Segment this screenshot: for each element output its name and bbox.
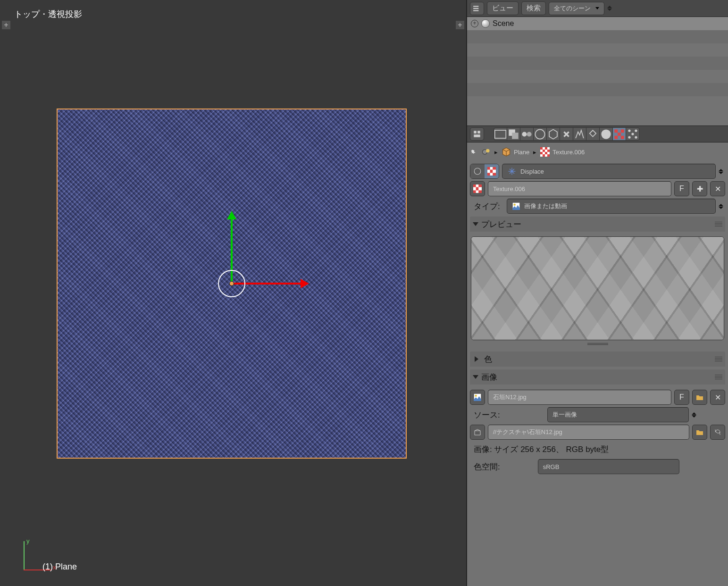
scene-name: Scene — [493, 19, 514, 28]
svg-rect-38 — [490, 170, 493, 173]
breadcrumb-texture[interactable]: Texture.006 — [540, 147, 585, 157]
particles-tab[interactable] — [626, 128, 639, 140]
pack-button[interactable] — [470, 425, 485, 440]
type-label: タイプ: — [470, 201, 504, 212]
image-browse-icon[interactable] — [470, 390, 485, 405]
modifiers-tab[interactable] — [573, 128, 586, 140]
unlink-texture-button[interactable]: ✕ — [710, 181, 725, 196]
outliner-tree[interactable]: + Scene — [467, 17, 728, 126]
region-toggle-right[interactable]: + — [456, 21, 464, 29]
toggle-icon[interactable] — [481, 147, 491, 157]
svg-point-50 — [475, 394, 477, 397]
svg-rect-43 — [478, 184, 482, 187]
scene-tab[interactable] — [520, 128, 534, 140]
colorspace-select[interactable]: sRGB — [538, 459, 679, 474]
properties-header — [467, 126, 728, 142]
svg-rect-46 — [478, 190, 482, 193]
svg-point-11 — [535, 129, 544, 139]
brush-texture-icon[interactable] — [485, 164, 499, 178]
pin-icon[interactable] — [470, 148, 479, 157]
source-label: ソース: — [470, 410, 504, 420]
svg-point-22 — [635, 136, 637, 138]
texture-tab[interactable] — [613, 128, 626, 140]
svg-rect-37 — [493, 167, 496, 170]
svg-point-9 — [522, 132, 527, 136]
disclosure-right-icon — [475, 356, 481, 362]
type-stepper[interactable] — [719, 201, 725, 211]
disclosure-down-icon — [473, 375, 478, 382]
source-select[interactable]: 単一画像 — [547, 407, 689, 422]
texture-preview[interactable] — [471, 236, 724, 340]
scene-row[interactable]: + Scene — [467, 17, 728, 30]
breadcrumb-object[interactable]: Plane — [502, 147, 529, 157]
world-tab[interactable] — [534, 128, 547, 140]
search-menu[interactable]: 検索 — [521, 1, 546, 15]
viewport-label: トップ・透視投影 — [14, 8, 82, 20]
region-toggle-left[interactable]: + — [2, 21, 10, 29]
image-path-field[interactable]: //テクスチャ\石垣N12.jpg — [488, 425, 689, 440]
svg-point-34 — [474, 168, 481, 175]
context-tabs — [494, 127, 640, 141]
svg-rect-39 — [487, 173, 490, 176]
svg-point-18 — [628, 129, 630, 132]
outliner-header: ビュー 検索 全てのシーン — [467, 0, 728, 17]
panel-grip-icon[interactable] — [715, 357, 722, 361]
colorspace-label: 色空間: — [470, 461, 504, 472]
color-panel-header[interactable]: 色 — [470, 352, 725, 367]
svg-rect-16 — [614, 135, 618, 139]
svg-rect-44 — [476, 187, 479, 191]
material-tab[interactable] — [600, 128, 613, 140]
modifier-stepper[interactable] — [719, 167, 725, 176]
preview-resize-handle[interactable] — [587, 343, 608, 346]
svg-point-10 — [527, 132, 532, 136]
svg-rect-42 — [473, 184, 476, 187]
svg-rect-36 — [487, 167, 490, 170]
3d-viewport[interactable]: トップ・透視投影 + + y x (1) Plane — [0, 0, 466, 586]
data-tab[interactable] — [586, 128, 600, 140]
editor-type-props[interactable] — [470, 127, 484, 141]
scene-icon — [481, 19, 490, 28]
image-panel-header[interactable]: 画像 — [470, 369, 725, 385]
svg-rect-29 — [547, 150, 550, 152]
file-browse-button[interactable] — [692, 425, 707, 440]
properties-panel[interactable]: ▸ Plane ▸ Texture.006 Displace — [467, 142, 728, 586]
filter-stepper[interactable] — [607, 3, 614, 13]
preview-panel-header[interactable]: プレビュー — [470, 217, 725, 232]
breadcrumb: ▸ Plane ▸ Texture.006 — [470, 145, 725, 161]
svg-rect-33 — [547, 154, 550, 157]
plane-object[interactable] — [57, 109, 407, 459]
unlink-image-button[interactable]: ✕ — [710, 390, 725, 405]
display-filter[interactable]: 全てのシーン — [549, 2, 604, 15]
image-name-field[interactable]: 石垣N12.jpg — [488, 390, 671, 405]
texture-type-select[interactable]: 画像または動画 — [507, 199, 716, 214]
source-stepper[interactable] — [692, 410, 698, 420]
texture-name-field[interactable]: Texture.006 — [488, 181, 671, 196]
reload-button[interactable] — [710, 425, 725, 440]
svg-rect-2 — [473, 10, 478, 11]
layers-tab[interactable] — [507, 128, 520, 140]
world-texture-icon[interactable] — [470, 164, 485, 178]
render-tab[interactable] — [494, 128, 507, 140]
object-tab[interactable] — [547, 128, 560, 140]
svg-rect-28 — [543, 150, 545, 152]
svg-rect-13 — [614, 129, 618, 133]
panel-grip-icon[interactable] — [715, 375, 722, 379]
svg-rect-26 — [540, 147, 543, 150]
constraints-tab[interactable] — [560, 128, 573, 140]
new-texture-button[interactable]: ✚ — [692, 181, 707, 196]
image-fake-user[interactable]: F — [674, 390, 689, 405]
modifier-select[interactable]: Displace — [502, 164, 716, 179]
preview-image — [471, 237, 724, 340]
panel-grip-icon[interactable] — [715, 222, 722, 226]
view-menu[interactable]: ビュー — [487, 1, 519, 15]
fake-user-button[interactable]: F — [674, 181, 689, 196]
editor-type-selector[interactable] — [470, 2, 484, 15]
texture-browse-icon[interactable] — [470, 181, 485, 196]
svg-rect-5 — [474, 134, 480, 137]
texture-context-toggle[interactable] — [470, 164, 499, 179]
displace-icon — [507, 167, 517, 176]
expand-icon[interactable]: + — [471, 20, 478, 27]
svg-rect-15 — [618, 133, 621, 136]
svg-point-12 — [601, 129, 611, 139]
open-image-button[interactable] — [692, 390, 707, 405]
